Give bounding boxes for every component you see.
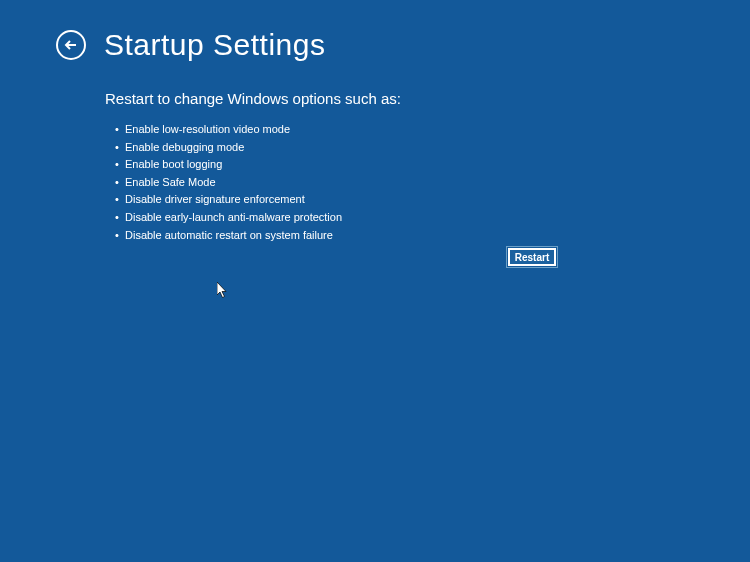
list-item: Enable Safe Mode (115, 174, 750, 192)
list-item: Enable low-resolution video mode (115, 121, 750, 139)
options-list: Enable low-resolution video mode Enable … (105, 121, 750, 244)
cursor-icon (217, 282, 229, 300)
header: Startup Settings (0, 0, 750, 62)
back-arrow-icon (63, 37, 79, 53)
list-item: Enable debugging mode (115, 139, 750, 157)
content-area: Restart to change Windows options such a… (0, 62, 750, 244)
subtitle: Restart to change Windows options such a… (105, 90, 750, 107)
list-item: Disable driver signature enforcement (115, 191, 750, 209)
page-title: Startup Settings (104, 28, 325, 62)
restart-button[interactable]: Restart (508, 248, 556, 266)
list-item: Disable early-launch anti-malware protec… (115, 209, 750, 227)
back-button[interactable] (56, 30, 86, 60)
list-item: Enable boot logging (115, 156, 750, 174)
list-item: Disable automatic restart on system fail… (115, 227, 750, 245)
